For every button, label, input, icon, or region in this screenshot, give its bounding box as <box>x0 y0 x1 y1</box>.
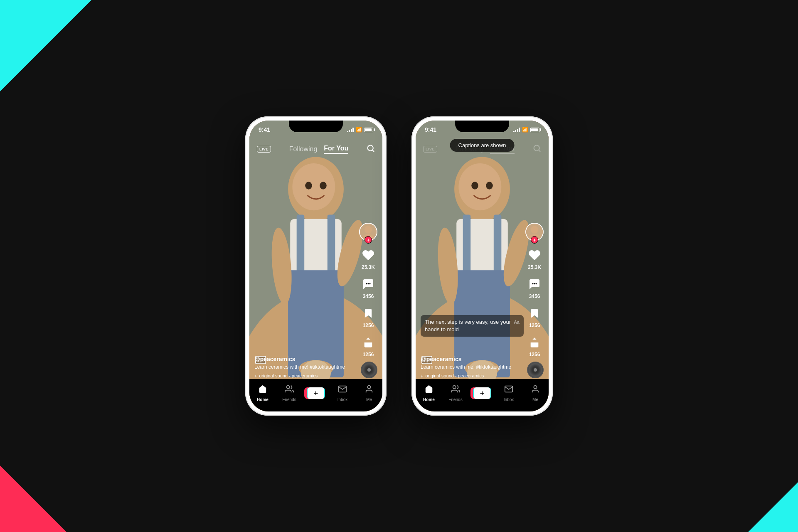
heart-icon-left <box>362 249 375 262</box>
comment-icon-left <box>362 278 375 291</box>
sound-info-left: ♪ original sound - peaceramics <box>254 373 357 378</box>
svg-point-13 <box>320 182 326 190</box>
nav-friends-label-left: Friends <box>282 397 296 402</box>
nav-me-right[interactable]: Me <box>525 384 546 402</box>
time-right: 9:41 <box>425 126 436 133</box>
status-icons-left: 📶 <box>347 127 374 133</box>
spinning-record-right <box>527 362 544 378</box>
notch-right <box>455 121 509 132</box>
follow-plus-right[interactable]: + <box>531 236 538 244</box>
signal-icon-left <box>347 127 354 132</box>
caption-left: Learn ceramics with me! #tiktoktaughtme <box>254 364 357 371</box>
comment-count-left: 3456 <box>363 293 374 299</box>
share-button-right[interactable]: 1256 <box>526 334 543 357</box>
nav-me-label-right: Me <box>532 397 538 402</box>
caption-overlay-text: The next step is very easy, use your han… <box>425 318 514 333</box>
friends-icon-right <box>451 384 460 394</box>
svg-point-48 <box>534 283 535 284</box>
nav-home-label-right: Home <box>423 397 435 402</box>
bookmark-icon-right <box>529 308 540 319</box>
battery-icon-right <box>530 128 539 132</box>
nav-friends-right[interactable]: Friends <box>445 384 466 402</box>
nav-me-label-left: Me <box>366 397 372 402</box>
tab-following-left[interactable]: Following <box>289 145 318 153</box>
comment-count-right: 3456 <box>529 293 540 299</box>
nav-add-left[interactable]: + <box>305 387 326 399</box>
svg-point-40 <box>471 182 478 190</box>
live-badge-left[interactable]: LIVE <box>257 146 271 153</box>
profile-icon-left <box>365 384 374 394</box>
home-icon-left <box>258 384 267 394</box>
caption-right: Learn ceramics with me! #tiktoktaughtme <box>421 364 524 371</box>
bookmark-count-left: 1256 <box>363 323 374 328</box>
svg-point-45 <box>531 226 538 233</box>
share-count-left: 1256 <box>363 352 374 357</box>
comment-button-left[interactable]: 3456 <box>360 276 377 299</box>
captions-toast: Captions are shown <box>450 139 515 152</box>
phones-container: 9:41 📶 LIVE Following <box>245 116 553 416</box>
bookmark-count-right: 1256 <box>529 323 540 328</box>
live-badge-right[interactable]: LIVE <box>423 146 437 153</box>
svg-point-21 <box>369 283 370 284</box>
nav-home-left[interactable]: Home <box>252 384 273 402</box>
spinning-record-left <box>361 362 377 378</box>
svg-point-49 <box>535 283 537 284</box>
phone-left-inner: 9:41 📶 LIVE Following <box>249 121 382 411</box>
bg-accent-pink <box>0 466 66 532</box>
nav-add-right[interactable]: + <box>472 387 493 399</box>
sound-text-left: original sound - peaceramics <box>259 373 318 378</box>
svg-point-55 <box>534 386 537 389</box>
wifi-icon-left: 📶 <box>356 127 362 133</box>
music-note-icon-right: ♪ <box>421 373 423 378</box>
bookmark-button-left[interactable]: 1256 <box>360 305 377 328</box>
nav-home-right[interactable]: Home <box>419 384 439 402</box>
svg-point-12 <box>305 182 312 190</box>
svg-point-3 <box>292 163 335 210</box>
username-left[interactable]: @peaceramics <box>254 356 357 362</box>
nav-inbox-label-right: Inbox <box>504 397 514 402</box>
tab-foryou-left[interactable]: For You <box>324 145 348 154</box>
avatar-wrap-right[interactable]: + <box>525 223 544 241</box>
like-button-right[interactable]: 25.3K <box>526 247 543 270</box>
home-icon-right <box>424 384 433 394</box>
time-left: 9:41 <box>259 126 270 133</box>
nav-friends-label-right: Friends <box>448 397 462 402</box>
comment-button-right[interactable]: 3456 <box>526 276 543 299</box>
wifi-icon-right: 📶 <box>522 127 528 133</box>
side-actions-left: + 25.3K <box>359 223 377 357</box>
add-button-left[interactable]: + <box>307 387 325 399</box>
notch-left <box>289 121 343 132</box>
nav-home-label-left: Home <box>257 397 268 402</box>
nav-inbox-right[interactable]: Inbox <box>498 384 519 402</box>
bookmark-button-right[interactable]: 1256 <box>526 305 543 328</box>
nav-inbox-label-left: Inbox <box>337 397 347 402</box>
phone-right: 9:41 📶 Captions are shown LIVE <box>411 116 553 416</box>
share-icon-right <box>529 337 540 348</box>
svg-point-19 <box>366 283 367 284</box>
avatar-wrap-left[interactable]: + <box>359 223 377 241</box>
nav-me-left[interactable]: Me <box>359 384 379 402</box>
bottom-nav-right: Home Friends + <box>416 379 549 411</box>
side-actions-right: + 25.3K <box>525 223 544 357</box>
comment-icon-right <box>528 278 541 291</box>
inbox-icon-left <box>338 384 347 394</box>
like-count-left: 25.3K <box>362 264 375 270</box>
top-nav-left: LIVE Following For You <box>249 139 382 160</box>
share-button-left[interactable]: 1256 <box>360 334 377 357</box>
search-button-right[interactable] <box>533 144 541 155</box>
share-icon-left <box>362 337 374 348</box>
username-right[interactable]: @peaceramics <box>421 356 524 362</box>
sound-info-right: ♪ original sound - peaceramics <box>421 373 524 378</box>
add-button-right[interactable]: + <box>473 387 491 399</box>
like-count-right: 25.3K <box>528 264 541 270</box>
battery-icon-left <box>364 128 373 132</box>
like-button-left[interactable]: 25.3K <box>360 247 377 270</box>
search-button-left[interactable] <box>367 144 375 155</box>
nav-friends-left[interactable]: Friends <box>279 384 300 402</box>
svg-line-43 <box>539 150 540 151</box>
svg-point-27 <box>367 386 370 389</box>
bookmark-icon-left <box>362 308 374 319</box>
nav-inbox-left[interactable]: Inbox <box>332 384 353 402</box>
follow-plus-left[interactable]: + <box>365 236 372 244</box>
bottom-nav-left: Home Friends + <box>249 379 382 411</box>
